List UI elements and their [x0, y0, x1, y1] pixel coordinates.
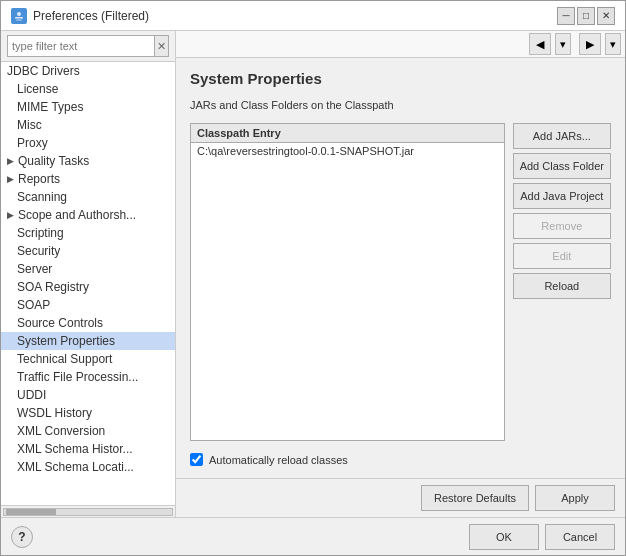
help-button[interactable]: ?	[11, 526, 33, 548]
sidebar-item-wsdl-history[interactable]: WSDL History	[1, 404, 175, 422]
apply-button[interactable]: Apply	[535, 485, 615, 511]
footer-right-buttons: OK Cancel	[469, 524, 615, 550]
main-area: ✕ JDBC Drivers License MIME Types Misc P…	[1, 31, 625, 517]
sidebar-item-traffic-file[interactable]: Traffic File Processin...	[1, 368, 175, 386]
app-icon	[11, 8, 27, 24]
sidebar-item-server[interactable]: Server	[1, 260, 175, 278]
minimize-button[interactable]: ─	[557, 7, 575, 25]
cancel-button[interactable]: Cancel	[545, 524, 615, 550]
sidebar-item-scope[interactable]: ▶Scope and Authorsh...	[1, 206, 175, 224]
footer-bar: ? OK Cancel	[1, 517, 625, 555]
auto-reload-checkbox[interactable]	[190, 453, 203, 466]
svg-rect-3	[16, 19, 22, 20]
filter-bar: ✕	[1, 31, 175, 62]
sidebar-item-system-properties[interactable]: System Properties	[1, 332, 175, 350]
filter-clear-button[interactable]: ✕	[155, 35, 169, 57]
maximize-button[interactable]: □	[577, 7, 595, 25]
sidebar-item-soap[interactable]: SOAP	[1, 296, 175, 314]
svg-rect-2	[15, 17, 23, 19]
sidebar-item-soa-registry[interactable]: SOA Registry	[1, 278, 175, 296]
classpath-area: Classpath Entry C:\qa\reversestringtool-…	[190, 123, 611, 441]
sidebar-scroll-thumb[interactable]	[6, 509, 56, 515]
ok-button[interactable]: OK	[469, 524, 539, 550]
forward-dropdown-button[interactable]: ▾	[605, 33, 621, 55]
sidebar-item-source-controls[interactable]: Source Controls	[1, 314, 175, 332]
window-controls: ─ □ ✕	[557, 7, 615, 25]
remove-button[interactable]: Remove	[513, 213, 611, 239]
sidebar-scroll-track[interactable]	[3, 508, 173, 516]
restore-defaults-button[interactable]: Restore Defaults	[421, 485, 529, 511]
nav-bar: ◀ ▾ ▶ ▾	[176, 31, 625, 58]
classpath-table[interactable]: Classpath Entry C:\qa\reversestringtool-…	[190, 123, 505, 441]
action-buttons: Add JARs... Add Class Folder Add Java Pr…	[513, 123, 611, 441]
back-dropdown-button[interactable]: ▾	[555, 33, 571, 55]
sidebar-scrollbar[interactable]	[1, 505, 175, 517]
title-bar-left: Preferences (Filtered)	[11, 8, 149, 24]
sidebar-item-xml-schema-locati[interactable]: XML Schema Locati...	[1, 458, 175, 476]
bottom-bar: Restore Defaults Apply	[176, 478, 625, 517]
sidebar-list: JDBC Drivers License MIME Types Misc Pro…	[1, 62, 176, 505]
svg-point-1	[17, 12, 21, 16]
sidebar-item-scanning[interactable]: Scanning	[1, 188, 175, 206]
dialog-title: Preferences (Filtered)	[33, 9, 149, 23]
sidebar-item-scripting[interactable]: Scripting	[1, 224, 175, 242]
sidebar-item-license[interactable]: License	[1, 80, 175, 98]
table-header: Classpath Entry	[191, 124, 504, 143]
content-panel: System Properties JARs and Class Folders…	[176, 58, 625, 478]
reload-button[interactable]: Reload	[513, 273, 611, 299]
add-class-folder-button[interactable]: Add Class Folder	[513, 153, 611, 179]
sidebar-item-reports[interactable]: ▶Reports	[1, 170, 175, 188]
panel-title: System Properties	[190, 70, 611, 91]
add-jars-button[interactable]: Add JARs...	[513, 123, 611, 149]
sidebar-item-uddi[interactable]: UDDI	[1, 386, 175, 404]
sidebar-item-mime-types[interactable]: MIME Types	[1, 98, 175, 116]
checkbox-row: Automatically reload classes	[190, 453, 611, 466]
auto-reload-label: Automatically reload classes	[209, 454, 348, 466]
bottom-right-buttons: Restore Defaults Apply	[421, 485, 615, 511]
sidebar-item-quality-tasks[interactable]: ▶Quality Tasks	[1, 152, 175, 170]
sidebar-item-xml-conversion[interactable]: XML Conversion	[1, 422, 175, 440]
add-java-project-button[interactable]: Add Java Project	[513, 183, 611, 209]
edit-button[interactable]: Edit	[513, 243, 611, 269]
title-bar: Preferences (Filtered) ─ □ ✕	[1, 1, 625, 31]
forward-button[interactable]: ▶	[579, 33, 601, 55]
sidebar-item-technical-support[interactable]: Technical Support	[1, 350, 175, 368]
back-button[interactable]: ◀	[529, 33, 551, 55]
sidebar-item-xml-schema-history[interactable]: XML Schema Histor...	[1, 440, 175, 458]
sidebar-item-security[interactable]: Security	[1, 242, 175, 260]
section-label: JARs and Class Folders on the Classpath	[190, 99, 611, 111]
preferences-dialog: Preferences (Filtered) ─ □ ✕ ✕ JDBC Driv…	[0, 0, 626, 556]
filter-input[interactable]	[7, 35, 155, 57]
sidebar-item-jdbc-drivers[interactable]: JDBC Drivers	[1, 62, 175, 80]
sidebar-item-misc[interactable]: Misc	[1, 116, 175, 134]
sidebar-item-proxy[interactable]: Proxy	[1, 134, 175, 152]
table-row[interactable]: C:\qa\reversestringtool-0.0.1-SNAPSHOT.j…	[191, 143, 504, 159]
close-button[interactable]: ✕	[597, 7, 615, 25]
